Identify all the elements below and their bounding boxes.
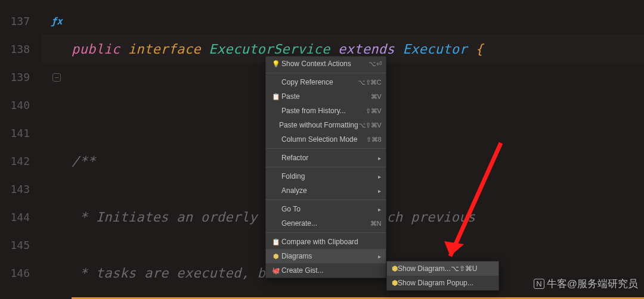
menu-show-context-actions[interactable]: 💡 Show Context Actions ⌥⏎ (266, 57, 386, 71)
menu-create-gist[interactable]: 🐙 Create Gist... (266, 263, 386, 278)
context-menu[interactable]: 💡 Show Context Actions ⌥⏎ Copy Reference… (265, 56, 386, 278)
menu-label: Go To (281, 205, 374, 213)
menu-label: Folding (281, 172, 374, 180)
menu-label: Copy Reference (281, 78, 358, 86)
menu-paste-history[interactable]: Paste from History... ⇧⌘V (266, 104, 386, 118)
line-number: 142 (0, 147, 42, 175)
menu-label: Generate... (281, 219, 370, 228)
menu-label: Diagrams (281, 252, 374, 260)
menu-refactor[interactable]: Refactor ▸ (266, 151, 386, 165)
submenu-show-diagram[interactable]: ⬢ Show Diagram... ⌥⇧⌘U (387, 261, 499, 276)
diagram-icon: ⬢ (271, 253, 281, 260)
line-number: 146 (0, 259, 42, 287)
chevron-right-icon: ▸ (378, 173, 381, 180)
clipboard-icon: 📋 (271, 93, 281, 101)
menu-shortcut: ⇧⌘8 (366, 136, 381, 144)
line-number: 138 (0, 35, 42, 63)
line-number: 140 (0, 91, 42, 119)
menu-shortcut: ⌥⇧⌘U (451, 264, 478, 273)
menu-shortcut: ⌥⏎ (369, 60, 381, 68)
menu-generate[interactable]: Generate... ⌘N (266, 216, 386, 231)
line-number: 143 (0, 175, 42, 203)
menu-shortcut: ⌘V (371, 93, 381, 101)
menu-label: Show Context Actions (281, 60, 369, 68)
diagram-icon: ⬢ (392, 279, 398, 287)
line-number: 139 (0, 63, 42, 91)
line-number: 144 (0, 203, 42, 231)
watermark: N 牛客@服务端研究员 (534, 277, 638, 291)
diagram-icon: ⬢ (392, 264, 398, 273)
chevron-right-icon: ▸ (378, 253, 381, 260)
line-number: 145 (0, 231, 42, 259)
menu-label: Column Selection Mode (281, 135, 366, 144)
menu-label: Show Diagram Popup... (398, 279, 473, 287)
menu-separator (266, 200, 386, 200)
bulb-icon: 💡 (271, 60, 281, 68)
line-number-gutter: 137 138 139 140 141 142 143 144 145 146 (0, 0, 42, 299)
javadoc-line: /** (72, 154, 96, 169)
menu-separator (266, 73, 386, 73)
menu-shortcut: ⇧⌘V (366, 107, 381, 115)
menu-compare-with-clipboard[interactable]: 📋 Compare with Clipboard (266, 235, 386, 249)
watermark-icon: N (534, 279, 544, 289)
menu-separator (266, 148, 386, 149)
menu-separator (266, 167, 386, 167)
menu-label: Analyze (281, 186, 374, 195)
menu-shortcut: ⌥⇧⌘V (358, 122, 381, 129)
chevron-right-icon: ▸ (378, 188, 381, 194)
line-number: 137 (0, 7, 42, 35)
watermark-text: 牛客@服务端研究员 (547, 277, 638, 291)
chevron-right-icon: ▸ (378, 206, 381, 213)
menu-shortcut: ⌘N (370, 220, 381, 228)
menu-column-selection-mode[interactable]: Column Selection Mode ⇧⌘8 (266, 132, 386, 147)
menu-label: Paste from History... (281, 107, 366, 115)
menu-separator (266, 232, 386, 233)
menu-diagrams[interactable]: ⬢ Diagrams ▸ (266, 249, 386, 263)
submenu-show-diagram-popup[interactable]: ⬢ Show Diagram Popup... (387, 276, 499, 290)
menu-label: Create Gist... (281, 266, 381, 275)
function-icon: ƒx (51, 15, 62, 27)
menu-shortcut: ⌥⇧⌘C (358, 79, 381, 86)
diagrams-submenu[interactable]: ⬢ Show Diagram... ⌥⇧⌘U ⬢ Show Diagram Po… (386, 261, 499, 291)
clipboard-icon: 📋 (271, 238, 281, 246)
menu-label: Refactor (281, 154, 374, 162)
chevron-right-icon: ▸ (378, 155, 381, 161)
menu-paste-without-formatting[interactable]: Paste without Formatting ⌥⇧⌘V (266, 118, 386, 132)
line-number: 141 (0, 119, 42, 147)
menu-label: Compare with Clipboard (281, 238, 381, 246)
menu-label: Paste without Formatting (279, 121, 358, 129)
menu-label: Paste (281, 92, 371, 101)
menu-go-to[interactable]: Go To ▸ (266, 202, 386, 216)
menu-analyze[interactable]: Analyze ▸ (266, 183, 386, 198)
fold-icon[interactable]: − (52, 73, 61, 82)
menu-label: Show Diagram... (398, 264, 451, 273)
github-icon: 🐙 (271, 267, 281, 275)
menu-folding[interactable]: Folding ▸ (266, 169, 386, 183)
menu-copy-reference[interactable]: Copy Reference ⌥⇧⌘C (266, 75, 386, 89)
menu-paste[interactable]: 📋 Paste ⌘V (266, 89, 386, 104)
